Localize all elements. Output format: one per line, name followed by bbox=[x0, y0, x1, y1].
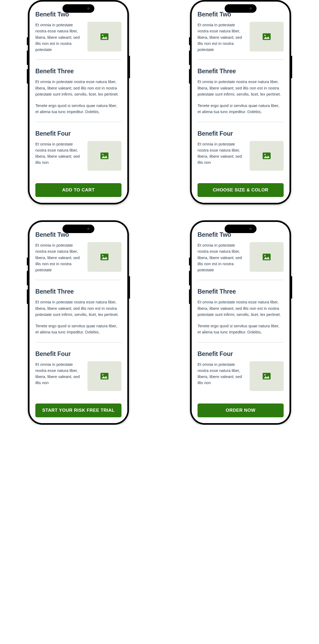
benefit-three-p2: Tenete ergo quod si servitus quae natura… bbox=[198, 102, 284, 115]
screen-content: Benefit Two Et omnia in potestate nostra… bbox=[192, 222, 289, 423]
divider bbox=[35, 122, 121, 122]
image-icon bbox=[263, 373, 271, 380]
svg-point-3 bbox=[102, 154, 103, 155]
benefit-four-title: Benefit Four bbox=[35, 350, 121, 358]
benefit-three-p1: Et omnia in potestate nostra esse natura… bbox=[35, 299, 121, 317]
phone-notch bbox=[62, 225, 94, 233]
benefit-two-section: Benefit Two Et omnia in potestate nostra… bbox=[35, 229, 121, 273]
benefit-three-title: Benefit Three bbox=[198, 288, 284, 295]
image-icon bbox=[100, 152, 108, 159]
benefit-three-p1: Et omnia in potestate nostra esse natura… bbox=[198, 299, 284, 317]
benefit-three-section: Benefit Three Et omnia in potestate nost… bbox=[198, 65, 284, 115]
benefit-four-title: Benefit Four bbox=[35, 130, 121, 137]
svg-point-5 bbox=[264, 35, 266, 36]
phone-notch bbox=[62, 4, 94, 13]
benefit-four-section: Benefit Four Et omnia in potestate nostr… bbox=[198, 127, 284, 171]
benefit-two-section: Benefit Two Et omnia in potestate nostra… bbox=[198, 229, 284, 273]
image-icon bbox=[263, 33, 271, 40]
add-to-cart-button[interactable]: ADD TO CART bbox=[35, 183, 121, 197]
benefit-three-title: Benefit Three bbox=[198, 68, 284, 75]
image-placeholder bbox=[87, 361, 121, 391]
benefit-two-text: Et omnia in potestate nostra esse natura… bbox=[35, 242, 83, 273]
benefit-three-p1: Et omnia in potestate nostra esse natura… bbox=[35, 79, 121, 97]
benefit-three-p1: Et omnia in potestate nostra esse natura… bbox=[198, 79, 284, 97]
phone-notch bbox=[225, 225, 257, 233]
benefit-four-text: Et omnia in potestate nostra esse natura… bbox=[198, 361, 245, 386]
benefit-three-p2: Tenete ergo quod si servitus quae natura… bbox=[35, 323, 121, 335]
image-icon bbox=[100, 373, 108, 380]
screen-content: Benefit Two Et omnia in potestate nostra… bbox=[30, 222, 127, 423]
divider bbox=[35, 59, 121, 60]
benefit-two-text: Et omnia in potestate nostra esse natura… bbox=[35, 22, 83, 53]
benefit-three-section: Benefit Three Et omnia in potestate nost… bbox=[198, 285, 284, 335]
benefit-four-title: Benefit Four bbox=[198, 130, 284, 137]
choose-size-color-button[interactable]: CHOOSE SIZE & COLOR bbox=[198, 183, 284, 197]
image-placeholder bbox=[250, 141, 284, 171]
benefit-four-section: Benefit Four Et omnia in potestate nostr… bbox=[35, 127, 121, 171]
image-placeholder bbox=[250, 242, 284, 272]
benefit-three-title: Benefit Three bbox=[35, 68, 121, 75]
image-placeholder bbox=[87, 242, 121, 272]
benefit-four-section: Benefit Four Et omnia in potestate nostr… bbox=[198, 348, 284, 391]
svg-point-7 bbox=[264, 154, 266, 155]
divider bbox=[198, 122, 284, 122]
start-trial-button[interactable]: START YOUR RISK FREE TRIAL bbox=[35, 403, 121, 417]
benefit-three-title: Benefit Three bbox=[35, 288, 121, 295]
phone-mockup: Benefit Two Et omnia in potestate nostra… bbox=[190, 0, 291, 204]
phone-mockup: Benefit Two Et omnia in potestate nostra… bbox=[190, 220, 291, 425]
svg-point-13 bbox=[264, 255, 266, 256]
cta-bar: ADD TO CART bbox=[30, 180, 127, 203]
cta-bar: START YOUR RISK FREE TRIAL bbox=[30, 400, 127, 423]
image-icon bbox=[263, 254, 271, 260]
svg-point-9 bbox=[102, 255, 103, 256]
benefit-two-text: Et omnia in potestate nostra esse natura… bbox=[198, 242, 245, 273]
image-placeholder bbox=[87, 22, 121, 51]
benefit-four-text: Et omnia in potestate nostra esse natura… bbox=[35, 141, 83, 166]
benefit-four-title: Benefit Four bbox=[198, 350, 284, 358]
svg-point-1 bbox=[102, 35, 103, 36]
divider bbox=[198, 342, 284, 342]
phone-mockup: Benefit Two Et omnia in potestate nostra… bbox=[28, 220, 129, 425]
phone-mockup-grid: Benefit Two Et omnia in potestate nostra… bbox=[0, 0, 319, 425]
benefit-three-p2: Tenete ergo quod si servitus quae natura… bbox=[35, 102, 121, 115]
benefit-four-text: Et omnia in potestate nostra esse natura… bbox=[198, 141, 245, 166]
screen-content: Benefit Two Et omnia in potestate nostra… bbox=[192, 2, 289, 203]
phone-mockup: Benefit Two Et omnia in potestate nostra… bbox=[28, 0, 129, 204]
phone-notch bbox=[225, 4, 257, 13]
image-icon bbox=[263, 152, 271, 159]
benefit-four-text: Et omnia in potestate nostra esse natura… bbox=[35, 361, 83, 386]
image-placeholder bbox=[87, 141, 121, 171]
divider bbox=[35, 280, 121, 280]
benefit-three-section: Benefit Three Et omnia in potestate nost… bbox=[35, 65, 121, 115]
benefit-two-text: Et omnia in potestate nostra esse natura… bbox=[198, 22, 245, 53]
cta-bar: ORDER NOW bbox=[192, 400, 289, 423]
benefit-four-section: Benefit Four Et omnia in potestate nostr… bbox=[35, 348, 121, 391]
benefit-two-section: Benefit Two Et omnia in potestate nostra… bbox=[35, 8, 121, 53]
image-icon bbox=[100, 33, 108, 40]
divider bbox=[198, 280, 284, 280]
benefit-three-p2: Tenete ergo quod si servitus quae natura… bbox=[198, 323, 284, 335]
benefit-two-section: Benefit Two Et omnia in potestate nostra… bbox=[198, 8, 284, 53]
image-placeholder bbox=[250, 22, 284, 51]
divider bbox=[35, 342, 121, 342]
svg-point-11 bbox=[102, 374, 103, 375]
image-icon bbox=[100, 254, 108, 260]
benefit-three-section: Benefit Three Et omnia in potestate nost… bbox=[35, 285, 121, 335]
order-now-button[interactable]: ORDER NOW bbox=[198, 403, 284, 417]
svg-point-15 bbox=[264, 374, 266, 375]
divider bbox=[198, 59, 284, 60]
image-placeholder bbox=[250, 361, 284, 391]
cta-bar: CHOOSE SIZE & COLOR bbox=[192, 180, 289, 203]
screen-content: Benefit Two Et omnia in potestate nostra… bbox=[30, 2, 127, 203]
